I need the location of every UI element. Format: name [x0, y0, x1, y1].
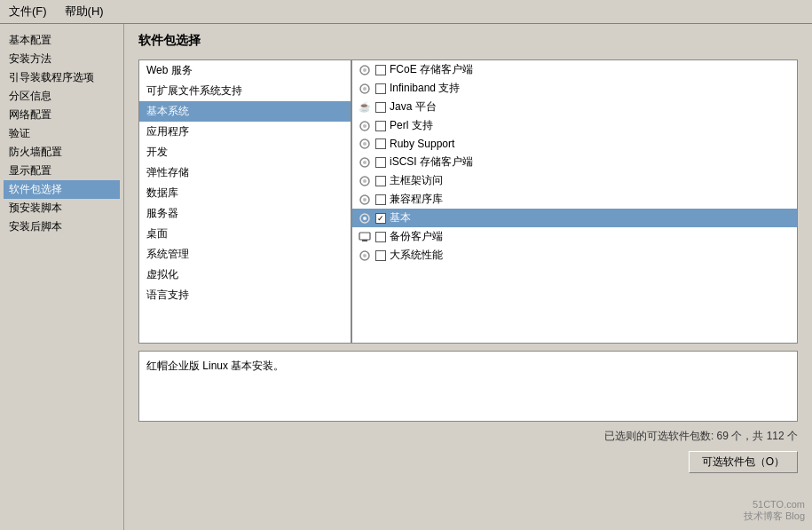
sidebar-item-post-install[interactable]: 安装后脚本 — [4, 218, 120, 236]
gear-icon-fcoe — [358, 63, 372, 77]
sidebar-item-auth[interactable]: 验证 — [4, 124, 120, 143]
label-fcoe: FCoE 存储客户端 — [390, 62, 473, 77]
main-container: 基本配置 安装方法 引导装载程序选项 分区信息 网络配置 验证 防火墙配置 显示… — [0, 24, 812, 530]
svg-point-19 — [363, 254, 367, 257]
list-item-ext-fs[interactable]: 可扩展文件系统支持 — [139, 81, 351, 101]
gear-icon-perl — [358, 119, 372, 133]
label-ruby: Ruby Support — [390, 138, 454, 150]
gear-icon-iscsi — [358, 155, 372, 170]
list-item-dev[interactable]: 开发 — [139, 142, 351, 162]
right-list-item-perf[interactable]: 大系统性能 — [352, 246, 797, 265]
right-list-item-backup[interactable]: 备份客户端 — [352, 227, 797, 246]
svg-point-13 — [363, 198, 367, 202]
right-list-item-basic[interactable]: ✓ 基本 — [352, 209, 797, 227]
svg-rect-17 — [362, 240, 367, 241]
list-item-virt[interactable]: 虚拟化 — [139, 265, 351, 285]
checkbox-basic[interactable]: ✓ — [375, 213, 386, 224]
sidebar-item-basic-config[interactable]: 基本配置 — [4, 31, 120, 50]
gear-icon-mainframe — [358, 174, 372, 188]
label-perf: 大系统性能 — [390, 248, 443, 263]
coffee-icon-java: ☕ — [358, 100, 372, 115]
checkbox-perl[interactable] — [375, 121, 386, 131]
sidebar-item-display-config[interactable]: 显示配置 — [4, 162, 120, 180]
right-list-panel: FCoE 存储客户端 Infiniband 支持 ☕ Java 平台 — [351, 59, 798, 344]
gear-icon-infiniband — [358, 82, 372, 96]
list-item-base-system[interactable]: 基本系统 — [139, 101, 351, 122]
monitor-icon-backup — [358, 230, 372, 244]
sidebar-item-pkg-select[interactable]: 软件包选择 — [4, 180, 120, 199]
right-list-item-perl[interactable]: Perl 支持 — [352, 116, 797, 135]
label-infiniband: Infiniband 支持 — [390, 81, 460, 96]
svg-point-3 — [363, 87, 367, 91]
list-item-sysadmin[interactable]: 系统管理 — [139, 244, 351, 265]
sidebar-item-pre-install[interactable]: 预安装脚本 — [4, 199, 120, 218]
sidebar-item-install-method[interactable]: 安装方法 — [4, 50, 120, 68]
description-text: 红帽企业版 Linux 基本安装。 — [146, 360, 284, 372]
svg-rect-16 — [359, 233, 370, 240]
list-item-server[interactable]: 服务器 — [139, 203, 351, 224]
list-item-database[interactable]: 数据库 — [139, 183, 351, 203]
right-list-item-java[interactable]: ☕ Java 平台 — [352, 98, 797, 116]
svg-point-9 — [363, 161, 367, 164]
sidebar-item-bootloader[interactable]: 引导装载程序选项 — [4, 68, 120, 87]
svg-point-15 — [363, 217, 367, 220]
checkbox-backup[interactable] — [375, 232, 386, 242]
gear-icon-perf — [358, 249, 372, 263]
label-perl: Perl 支持 — [390, 118, 433, 133]
status-text: 已选则的可选软件包数: 69 个，共 112 个 — [604, 430, 798, 442]
watermark-line2: 技术博客 Blog — [744, 510, 805, 523]
label-basic: 基本 — [390, 210, 411, 225]
lists-row: Web 服务 可扩展文件系统支持 基本系统 应用程序 开发 弹性存储 数据库 服… — [138, 59, 798, 344]
sidebar-item-network-config[interactable]: 网络配置 — [4, 106, 120, 124]
checkbox-infiniband[interactable] — [375, 83, 386, 94]
svg-point-1 — [363, 68, 367, 72]
label-iscsi: iSCSI 存储客户端 — [390, 154, 473, 170]
sidebar-item-partition-info[interactable]: 分区信息 — [4, 87, 120, 106]
svg-point-11 — [363, 179, 367, 183]
watermark-line1: 51CTO.com — [744, 499, 805, 510]
file-menu[interactable]: 文件(F) — [4, 2, 52, 21]
right-list-item-iscsi[interactable]: iSCSI 存储客户端 — [352, 153, 797, 171]
svg-point-7 — [363, 142, 367, 146]
checkbox-java[interactable] — [375, 102, 386, 113]
content-area: 软件包选择 Web 服务 可扩展文件系统支持 基本系统 应用程序 开发 弹性存储… — [124, 24, 812, 530]
status-row: 已选则的可选软件包数: 69 个，共 112 个 — [138, 429, 798, 444]
description-box: 红帽企业版 Linux 基本安装。 — [138, 351, 798, 422]
watermark: 51CTO.com 技术博客 Blog — [744, 499, 805, 523]
svg-point-5 — [363, 124, 367, 128]
list-item-lang[interactable]: 语言支持 — [139, 285, 351, 305]
list-item-apps[interactable]: 应用程序 — [139, 122, 351, 142]
label-java: Java 平台 — [390, 99, 437, 115]
list-item-desktop[interactable]: 桌面 — [139, 224, 351, 244]
help-menu[interactable]: 帮助(H) — [59, 2, 109, 21]
checkbox-iscsi[interactable] — [375, 157, 386, 168]
left-list-panel: Web 服务 可扩展文件系统支持 基本系统 应用程序 开发 弹性存储 数据库 服… — [138, 59, 351, 344]
gear-icon-compat — [358, 193, 372, 207]
gear-icon-basic — [358, 211, 372, 225]
right-list-scroll[interactable]: FCoE 存储客户端 Infiniband 支持 ☕ Java 平台 — [352, 60, 797, 343]
right-list-item-compat[interactable]: 兼容程序库 — [352, 190, 797, 209]
gear-icon-ruby — [358, 137, 372, 151]
label-compat: 兼容程序库 — [390, 192, 443, 207]
sidebar: 基本配置 安装方法 引导装载程序选项 分区信息 网络配置 验证 防火墙配置 显示… — [0, 24, 124, 530]
bottom-row: 可选软件包（O） — [138, 451, 798, 473]
label-backup: 备份客户端 — [390, 229, 443, 244]
right-list-item-fcoe[interactable]: FCoE 存储客户端 — [352, 60, 797, 79]
menubar: 文件(F) 帮助(H) — [0, 0, 812, 24]
checkbox-perf[interactable] — [375, 250, 386, 261]
list-item-web[interactable]: Web 服务 — [139, 60, 351, 81]
label-mainframe: 主框架访问 — [390, 173, 443, 188]
left-list-scroll[interactable]: Web 服务 可扩展文件系统支持 基本系统 应用程序 开发 弹性存储 数据库 服… — [139, 60, 351, 343]
checkbox-compat[interactable] — [375, 194, 386, 205]
checkbox-fcoe[interactable] — [375, 65, 386, 75]
list-item-elastic-storage[interactable]: 弹性存储 — [139, 162, 351, 183]
right-list-item-mainframe[interactable]: 主框架访问 — [352, 171, 797, 190]
right-list-item-ruby[interactable]: Ruby Support — [352, 135, 797, 153]
optional-packages-button[interactable]: 可选软件包（O） — [689, 451, 798, 473]
page-title: 软件包选择 — [138, 33, 798, 49]
sidebar-item-firewall[interactable]: 防火墙配置 — [4, 143, 120, 162]
checkbox-ruby[interactable] — [375, 138, 386, 149]
checkbox-mainframe[interactable] — [375, 176, 386, 186]
right-list-item-infiniband[interactable]: Infiniband 支持 — [352, 79, 797, 98]
